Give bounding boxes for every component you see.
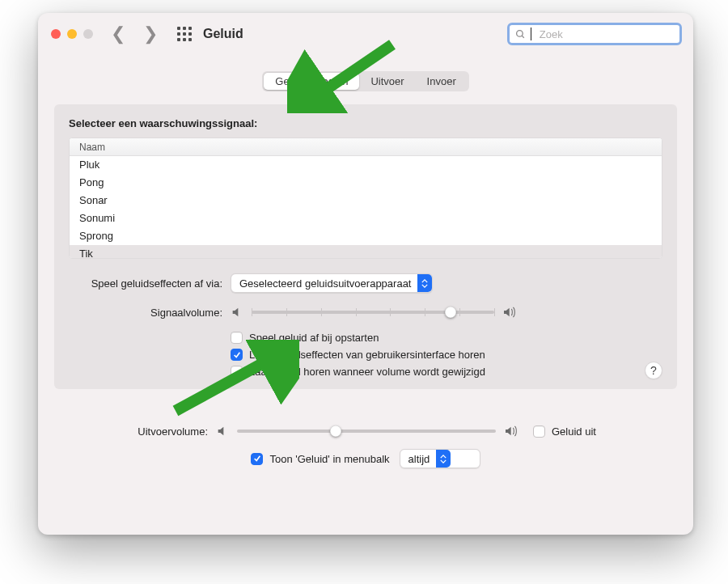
- menubar-mode-value: altijd: [408, 453, 430, 465]
- titlebar: ❮ ❯ Geluid: [38, 13, 693, 55]
- text-cursor: [531, 28, 531, 40]
- window-controls: [51, 29, 93, 39]
- effects-form: Speel geluidseffecten af via: Geselectee…: [69, 273, 662, 378]
- alert-sound-row[interactable]: Pong: [70, 174, 662, 192]
- alert-sound-row[interactable]: Sonar: [70, 192, 662, 209]
- tab-segmented-control: Geluidseffecten Uitvoer Invoer: [262, 71, 468, 91]
- alert-sound-list[interactable]: Pluk Pong Sonar Sonumi Sprong Tik: [70, 156, 662, 258]
- zoom-window-button[interactable]: [83, 29, 93, 39]
- checkbox-box: [533, 425, 545, 438]
- alert-sound-row[interactable]: Sprong: [70, 227, 662, 245]
- startup-sound-checkbox[interactable]: Speel geluid af bij opstarten: [231, 332, 662, 344]
- speaker-high-icon: [504, 425, 520, 438]
- show-all-prefs-button[interactable]: [177, 27, 192, 41]
- volume-feedback-label: Laat geluid horen wanneer volume wordt g…: [249, 366, 485, 378]
- alert-sound-row[interactable]: Tik: [70, 245, 662, 258]
- effects-via-select[interactable]: Geselecteerd geluidsuitvoerapparaat: [231, 273, 433, 293]
- search-field[interactable]: [507, 23, 682, 45]
- tab-output[interactable]: Uitvoer: [359, 73, 415, 90]
- speaker-low-icon: [231, 306, 243, 319]
- speaker-high-icon: [502, 306, 518, 319]
- output-volume-slider[interactable]: [237, 423, 496, 439]
- options-checks: Speel geluid af bij opstarten Laat gelui…: [231, 332, 662, 378]
- mute-label: Geluid uit: [552, 425, 596, 438]
- tab-input[interactable]: Invoer: [416, 73, 468, 90]
- search-input[interactable]: [538, 28, 674, 41]
- ui-sound-label: Laat geluidseffecten van gebruikersinter…: [249, 349, 485, 361]
- mute-checkbox[interactable]: Geluid uit: [533, 425, 596, 438]
- select-caret-icon: [417, 274, 432, 292]
- help-button[interactable]: ?: [645, 362, 662, 379]
- output-volume-knob[interactable]: [330, 425, 341, 437]
- checkbox-box: [231, 332, 243, 344]
- svg-point-0: [517, 30, 523, 36]
- checkbox-box: [251, 453, 263, 465]
- select-caret-icon: [436, 450, 451, 468]
- volume-feedback-checkbox[interactable]: Laat geluid horen wanneer volume wordt g…: [231, 366, 662, 378]
- forward-button[interactable]: ❯: [143, 23, 158, 44]
- alert-sound-label: Selecteer een waarschuwingssignaal:: [69, 117, 662, 129]
- menubar-mode-select[interactable]: altijd: [400, 449, 480, 468]
- output-volume-label: Uitvoervolume:: [138, 425, 216, 438]
- back-button[interactable]: ❮: [111, 23, 125, 44]
- checkbox-box: [231, 366, 243, 378]
- menubar-row: Toon 'Geluid' in menubalk altijd: [54, 449, 677, 468]
- main-panel: Selecteer een waarschuwingssignaal: Naam…: [54, 104, 677, 389]
- minimize-window-button[interactable]: [67, 29, 77, 39]
- effects-via-label: Speel geluidseffecten af via:: [91, 277, 231, 290]
- speaker-low-icon: [216, 425, 229, 438]
- startup-sound-label: Speel geluid af bij opstarten: [249, 332, 379, 344]
- effects-via-value: Geselecteerd geluidsuitvoerapparaat: [239, 277, 411, 290]
- footer-panel: Uitvoervolume: Geluid uit: [38, 400, 693, 468]
- alert-volume-row: [231, 304, 662, 320]
- show-in-menubar-checkbox[interactable]: Toon 'Geluid' in menubalk: [251, 453, 389, 465]
- close-window-button[interactable]: [51, 29, 61, 39]
- preferences-window: ❮ ❯ Geluid Geluidseffecten Uitvoer Invoe…: [38, 13, 693, 535]
- alert-sound-table: Naam Pluk Pong Sonar Sonumi Sprong Tik: [69, 138, 662, 259]
- ui-sound-checkbox[interactable]: Laat geluidseffecten van gebruikersinter…: [231, 349, 662, 361]
- svg-line-1: [522, 36, 524, 38]
- alert-sound-row[interactable]: Sonumi: [70, 209, 662, 227]
- alert-volume-label: Signaalvolume:: [150, 307, 231, 319]
- tab-bar: Geluidseffecten Uitvoer Invoer: [38, 71, 693, 91]
- checkbox-box: [231, 349, 243, 361]
- alert-sound-row[interactable]: Pluk: [70, 156, 662, 174]
- tab-sound-effects[interactable]: Geluidseffecten: [264, 73, 359, 90]
- alert-volume-slider[interactable]: [252, 304, 494, 320]
- alert-volume-knob[interactable]: [445, 307, 456, 318]
- show-in-menubar-label: Toon 'Geluid' in menubalk: [269, 453, 389, 465]
- search-icon: [515, 29, 526, 40]
- nav-arrows: ❮ ❯: [111, 23, 158, 44]
- output-volume-row: Geluid uit: [216, 423, 677, 439]
- alert-sound-column-header: Naam: [70, 138, 662, 156]
- window-title: Geluid: [203, 27, 243, 41]
